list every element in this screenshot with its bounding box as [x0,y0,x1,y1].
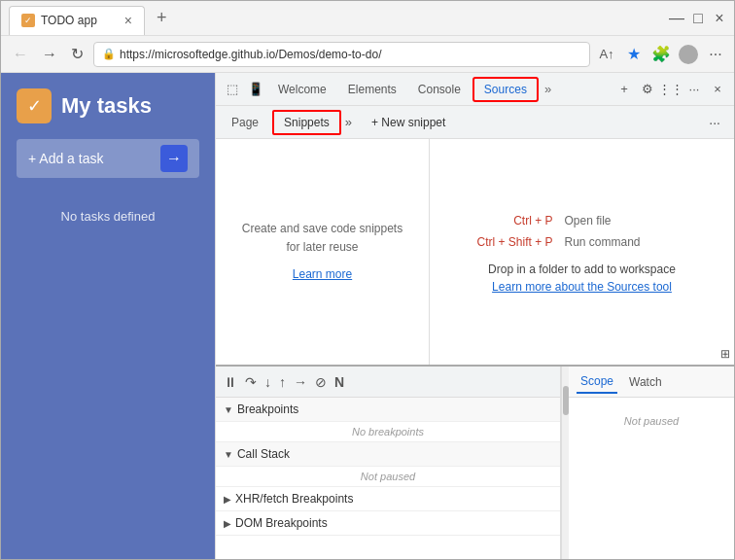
panel-toggle-icon[interactable]: ⊞ [720,347,730,361]
app-area: ✓ My tasks + Add a task → No tasks defin… [1,73,215,559]
dom-section: ▶ DOM Breakpoints [216,511,560,536]
snippets-more-icon[interactable]: ··· [701,111,728,134]
sources-info-panel: Ctrl + P Open file Ctrl + Shift + P Run … [430,139,734,365]
breakpoints-arrow-icon: ▼ [224,404,233,415]
scope-tab[interactable]: Scope [577,370,617,394]
scrollbar[interactable] [561,367,569,559]
snippets-empty-state: Create and save code snippetsfor later r… [216,139,429,365]
more-options-icon[interactable]: ··· [705,44,726,65]
more-tabs-icon[interactable]: » [541,78,555,100]
app-title: My tasks [61,93,152,119]
step-into-icon[interactable]: ↓ [264,374,271,390]
tab-elements[interactable]: Elements [338,79,406,100]
scope-content: Not paused [569,407,734,435]
run-command-label: Run command [565,235,641,249]
bottom-right-panel: Scope Watch Not paused [569,367,734,559]
devtools-top-bar: ⬚ 📱 Welcome Elements Console Sources » +… [216,73,734,106]
add-task-label: + Add a task [28,151,103,166]
breakpoints-content: No breakpoints [216,422,560,441]
deactivate-icon[interactable]: ⊘ [315,374,327,390]
open-file-shortcut: Ctrl + P [456,214,553,228]
devtools-main: Create and save code snippetsfor later r… [216,139,734,365]
snippets-learn-more-link[interactable]: Learn more [293,265,352,284]
snippets-panel: Create and save code snippetsfor later r… [216,139,430,365]
breakpoints-label: Breakpoints [237,402,298,416]
favorites-icon[interactable]: ★ [623,44,645,65]
browser-toolbar: A↑ ★ 🧩 ··· [596,44,726,65]
app-icon: ✓ [17,88,52,123]
bottom-left-panel: ⏸ ↷ ↓ ↑ → ⊘ N ▼ Breakpoints [216,367,561,559]
open-file-label: Open file [565,214,612,228]
dom-header[interactable]: ▶ DOM Breakpoints [216,511,560,535]
devtools-second-bar: Page Snippets » + New snippet ··· [216,106,734,139]
settings-icon[interactable]: ⚙ [637,79,658,100]
app-header: ✓ My tasks [1,73,215,139]
run-command-shortcut: Ctrl + Shift + P [456,235,553,249]
add-panel-icon[interactable]: + [613,79,635,100]
dock-icon[interactable]: ⋮⋮ [660,79,682,100]
maximize-button[interactable]: □ [691,12,705,25]
add-task-arrow-icon: → [160,145,188,172]
address-input[interactable]: 🔒 https://microsoftedge.github.io/Demos/… [93,42,590,67]
tab-close-button[interactable]: × [124,13,132,28]
sub-tab-more-icon[interactable]: » [345,115,352,129]
callstack-section: ▼ Call Stack Not paused [216,442,560,487]
device-toggle-icon[interactable]: 📱 [245,79,266,100]
step-over-icon[interactable]: ↷ [245,374,257,390]
xhr-header[interactable]: ▶ XHR/fetch Breakpoints [216,487,560,510]
address-text: https://microsoftedge.github.io/Demos/de… [120,48,381,61]
dont-pause-icon[interactable]: N [334,374,344,390]
lock-icon: 🔒 [102,48,116,60]
browser-tab[interactable]: ✓ TODO app × [9,6,145,35]
callstack-label: Call Stack [237,447,290,461]
pause-icon[interactable]: ⏸ [224,374,237,390]
breakpoints-header[interactable]: ▼ Breakpoints [216,398,560,422]
sources-learn-more-link[interactable]: Learn more about the Sources tool [492,280,672,294]
step-icon[interactable]: → [294,374,307,390]
profile-icon[interactable] [678,44,699,65]
sources-right-panel: Ctrl + P Open file Ctrl + Shift + P Run … [430,139,734,365]
sub-tab-snippets[interactable]: Snippets [272,110,341,135]
bottom-toolbar: ⏸ ↷ ↓ ↑ → ⊘ N [216,367,560,398]
forward-button[interactable]: → [38,44,61,65]
step-out-icon[interactable]: ↑ [279,374,286,390]
tab-console[interactable]: Console [408,79,471,100]
new-tab-button[interactable]: + [149,8,175,28]
extensions-icon[interactable]: 🧩 [650,44,672,65]
close-window-button[interactable]: × [713,12,726,25]
inspect-icon[interactable]: ⬚ [222,79,243,100]
sub-tab-page[interactable]: Page [222,112,268,133]
close-devtools-icon[interactable]: × [707,79,728,100]
shortcut-row-open-file: Ctrl + P Open file [456,214,709,228]
dom-label: DOM Breakpoints [235,516,328,530]
dom-arrow-icon: ▶ [224,518,231,529]
xhr-section: ▶ XHR/fetch Breakpoints [216,487,560,511]
scope-watch-tabs: Scope Watch [569,367,734,398]
add-task-button[interactable]: + Add a task → [17,139,199,178]
tab-welcome[interactable]: Welcome [268,79,336,100]
refresh-button[interactable]: ↻ [67,43,88,65]
xhr-arrow-icon: ▶ [224,494,231,505]
minimize-button[interactable]: — [670,12,683,25]
tab-title: TODO app [41,14,117,27]
snippets-description: Create and save code snippetsfor later r… [242,220,402,257]
address-bar: ← → ↻ 🔒 https://microsoftedge.github.io/… [1,36,734,73]
devtools-panel: ⬚ 📱 Welcome Elements Console Sources » +… [215,73,734,559]
window-controls: — □ × [670,12,726,25]
callstack-header[interactable]: ▼ Call Stack [216,442,560,467]
tab-favicon: ✓ [21,14,35,27]
reader-view-icon[interactable]: A↑ [596,44,617,65]
breakpoints-section: ▼ Breakpoints No breakpoints [216,398,560,442]
new-snippet-button[interactable]: + New snippet [364,112,453,133]
shortcut-row-run-command: Ctrl + Shift + P Run command [456,235,709,249]
back-button[interactable]: ← [9,44,32,65]
devtools-bottom-panel: ⏸ ↷ ↓ ↑ → ⊘ N ▼ Breakpoints [216,365,734,559]
watch-tab[interactable]: Watch [625,371,666,393]
more-devtools-icon[interactable]: ··· [683,79,705,100]
main-content: ✓ My tasks + Add a task → No tasks defin… [1,73,734,559]
sources-drop-text: Drop in a folder to add to workspace [488,262,676,276]
xhr-label: XHR/fetch Breakpoints [235,492,353,506]
no-tasks-label: No tasks defined [1,193,215,239]
tab-sources[interactable]: Sources [472,77,539,102]
callstack-content: Not paused [216,467,560,486]
